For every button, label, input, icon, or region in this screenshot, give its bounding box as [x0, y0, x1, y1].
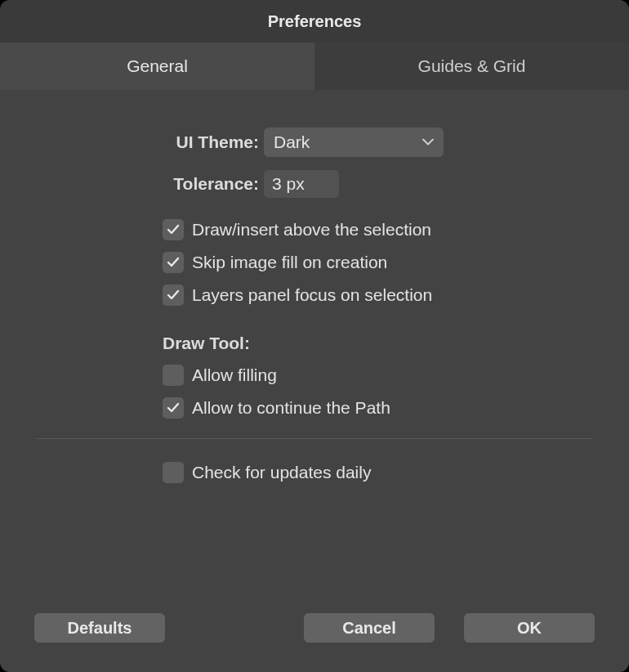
draw-tool-heading: Draw Tool: — [163, 334, 592, 353]
checkmark-icon — [166, 255, 181, 270]
preferences-window: Preferences General Guides & Grid UI The… — [0, 0, 629, 672]
draw-above-row: Draw/insert above the selection — [163, 219, 592, 240]
tolerance-row: Tolerance: 3 px — [37, 170, 592, 198]
titlebar: Preferences — [0, 0, 629, 43]
check-updates-label: Check for updates daily — [192, 463, 371, 482]
ok-button-label: OK — [517, 619, 542, 638]
ui-theme-label: UI Theme: — [163, 132, 259, 152]
defaults-button[interactable]: Defaults — [34, 613, 165, 643]
defaults-button-label: Defaults — [68, 619, 132, 638]
ok-button[interactable]: OK — [464, 613, 595, 643]
allow-filling-label: Allow filling — [192, 365, 277, 385]
checkmark-icon — [166, 222, 181, 237]
check-updates-row: Check for updates daily — [163, 462, 592, 483]
skip-image-fill-label: Skip image fill on creation — [192, 253, 387, 272]
layers-focus-label: Layers panel focus on selection — [192, 285, 432, 305]
cancel-button[interactable]: Cancel — [304, 613, 435, 643]
skip-image-fill-row: Skip image fill on creation — [163, 252, 592, 273]
ui-theme-row: UI Theme: Dark — [37, 128, 592, 157]
allow-continue-checkbox[interactable] — [163, 397, 184, 419]
tab-guides-grid-label: Guides & Grid — [418, 56, 526, 76]
skip-image-fill-checkbox[interactable] — [163, 252, 184, 273]
check-updates-checkbox[interactable] — [163, 462, 184, 483]
draw-above-checkbox[interactable] — [163, 219, 184, 240]
window-title: Preferences — [268, 12, 362, 31]
chevron-down-icon — [422, 139, 434, 146]
tolerance-value: 3 px — [272, 174, 305, 194]
allow-filling-checkbox[interactable] — [163, 365, 184, 386]
checkmark-icon — [166, 401, 181, 415]
draw-above-label: Draw/insert above the selection — [192, 220, 431, 240]
checkmark-icon — [166, 288, 181, 302]
allow-continue-row: Allow to continue the Path — [163, 397, 592, 419]
allow-continue-label: Allow to continue the Path — [192, 398, 390, 418]
layers-focus-checkbox[interactable] — [163, 284, 184, 306]
allow-filling-row: Allow filling — [163, 365, 592, 386]
tolerance-input[interactable]: 3 px — [264, 170, 339, 198]
footer: Defaults Cancel OK — [34, 613, 595, 643]
ui-theme-value: Dark — [274, 132, 310, 152]
divider — [37, 438, 592, 439]
tolerance-label: Tolerance: — [163, 174, 259, 194]
tab-guides-grid[interactable]: Guides & Grid — [314, 43, 629, 90]
layers-focus-row: Layers panel focus on selection — [163, 284, 592, 306]
tab-general-label: General — [127, 56, 188, 76]
cancel-button-label: Cancel — [342, 619, 396, 638]
tab-general[interactable]: General — [0, 43, 314, 90]
ui-theme-select[interactable]: Dark — [264, 128, 444, 157]
tab-bar: General Guides & Grid — [0, 43, 629, 90]
general-pane: UI Theme: Dark Tolerance: 3 px Draw/inse… — [0, 90, 629, 672]
